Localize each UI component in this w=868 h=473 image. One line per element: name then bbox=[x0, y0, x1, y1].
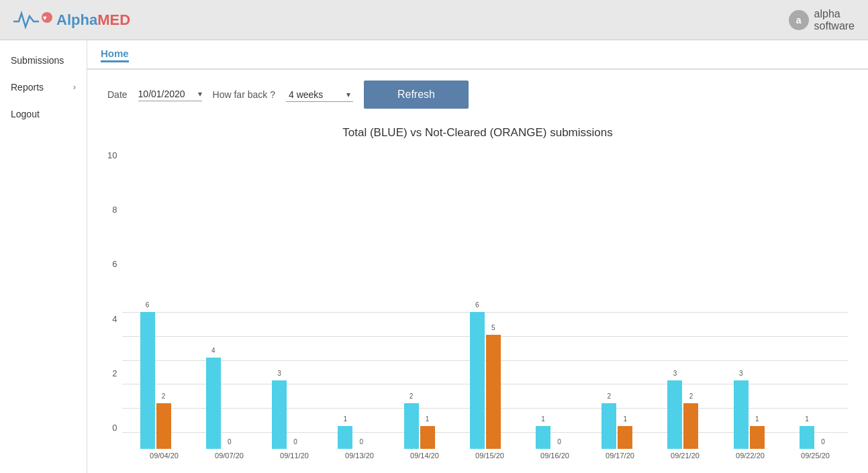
bar-pair: 32 bbox=[650, 380, 716, 449]
bar-orange: 1 bbox=[420, 426, 435, 449]
y-axis: 1086420 bbox=[107, 150, 122, 449]
svg-text:♥: ♥ bbox=[43, 14, 47, 21]
bar-blue-value: 1 bbox=[541, 415, 545, 423]
controls-bar: Date 10/01/2020 ▾ How far back ? 4 weeks… bbox=[87, 70, 868, 119]
y-axis-label: 10 bbox=[107, 150, 117, 160]
bar-orange-value: 2 bbox=[162, 392, 166, 400]
bar-blue: 1 bbox=[800, 426, 814, 449]
reports-chevron-icon: › bbox=[73, 83, 76, 92]
main-layout: Submissions Reports › Logout Home Date 1… bbox=[0, 40, 868, 473]
bar-group: 40 bbox=[189, 358, 254, 449]
bar-blue: 3 bbox=[272, 380, 287, 449]
weeks-select[interactable]: 4 weeks bbox=[286, 88, 353, 102]
bar-blue: 3 bbox=[734, 380, 749, 449]
logo-med: MED bbox=[97, 11, 130, 28]
alpha-software-text: alpha software bbox=[814, 8, 855, 32]
bar-orange-value: 0 bbox=[821, 438, 825, 445]
x-axis-label: 09/21/20 bbox=[653, 452, 718, 460]
y-axis-label: 2 bbox=[112, 368, 117, 378]
bar-blue-value: 6 bbox=[475, 301, 479, 309]
bar-blue-value: 3 bbox=[277, 370, 281, 377]
bar-group: 10 bbox=[518, 426, 584, 449]
bar-pair: 21 bbox=[584, 403, 650, 449]
bar-orange: 2 bbox=[683, 403, 698, 449]
bar-pair: 30 bbox=[254, 380, 320, 449]
bar-group: 62 bbox=[122, 312, 188, 449]
bar-orange-value: 0 bbox=[557, 438, 561, 445]
sidebar: Submissions Reports › Logout bbox=[0, 40, 87, 473]
bar-blue-value: 2 bbox=[409, 392, 414, 400]
bar-pair: 40 bbox=[189, 358, 254, 449]
x-axis-label: 09/17/20 bbox=[587, 452, 653, 460]
x-axis-label: 09/11/20 bbox=[262, 452, 327, 460]
x-axis-label: 09/15/20 bbox=[457, 452, 522, 460]
bar-pair: 10 bbox=[518, 426, 584, 449]
bar-blue-value: 1 bbox=[344, 415, 348, 423]
how-far-label: How far back ? bbox=[213, 89, 275, 100]
bar-group: 21 bbox=[386, 403, 452, 449]
bar-orange-value: 5 bbox=[491, 324, 495, 331]
bar-orange: 1 bbox=[750, 426, 765, 449]
bar-pair: 10 bbox=[782, 426, 848, 449]
bar-blue: 3 bbox=[667, 380, 682, 449]
alpha-software-icon: a bbox=[789, 10, 809, 30]
bar-blue-value: 3 bbox=[673, 370, 677, 377]
bar-orange-value: 0 bbox=[228, 438, 232, 445]
bar-pair: 31 bbox=[716, 380, 782, 449]
home-tab[interactable]: Home bbox=[101, 48, 129, 62]
bar-orange-value: 0 bbox=[360, 438, 364, 445]
date-dropdown-arrow-icon: ▾ bbox=[198, 89, 202, 99]
x-axis-label: 09/07/20 bbox=[197, 452, 262, 460]
refresh-button[interactable]: Refresh bbox=[364, 81, 469, 109]
x-axis-label: 09/14/20 bbox=[392, 452, 457, 460]
logo-label: AlphaMED bbox=[56, 11, 130, 29]
bar-blue-value: 6 bbox=[146, 301, 150, 309]
bar-orange-value: 1 bbox=[623, 415, 627, 423]
bar-blue: 2 bbox=[601, 403, 616, 449]
bar-blue: 1 bbox=[536, 426, 550, 449]
logo-wave-icon: ♥ bbox=[13, 8, 54, 32]
sidebar-item-submissions[interactable]: Submissions bbox=[0, 47, 87, 74]
bar-group: 10 bbox=[320, 426, 386, 449]
chart-title: Total (BLUE) vs Not-Cleared (ORANGE) sub… bbox=[107, 126, 848, 140]
bars-row: 6240301021651021323110 bbox=[122, 312, 848, 449]
logo-area: ♥ AlphaMED bbox=[13, 8, 130, 32]
bar-blue: 6 bbox=[470, 312, 485, 449]
date-select[interactable]: 10/01/2020 bbox=[138, 89, 202, 99]
sidebar-item-logout[interactable]: Logout bbox=[0, 101, 87, 127]
bar-pair: 62 bbox=[122, 312, 188, 449]
date-select-wrapper[interactable]: 10/01/2020 ▾ bbox=[138, 89, 202, 101]
date-label: Date bbox=[107, 89, 128, 100]
bar-group: 32 bbox=[650, 380, 716, 449]
bar-blue-value: 2 bbox=[607, 392, 611, 400]
bar-pair: 65 bbox=[452, 312, 518, 449]
bar-pair: 10 bbox=[320, 426, 386, 449]
bar-group: 30 bbox=[254, 380, 320, 449]
bar-orange-value: 0 bbox=[293, 438, 297, 445]
bar-group: 65 bbox=[452, 312, 518, 449]
tab-bar: Home bbox=[87, 40, 868, 70]
sidebar-item-reports[interactable]: Reports › bbox=[0, 74, 87, 101]
bar-blue: 1 bbox=[338, 426, 352, 449]
bar-group: 31 bbox=[716, 380, 782, 449]
bar-group: 10 bbox=[782, 426, 848, 449]
x-axis-label: 09/04/20 bbox=[132, 452, 197, 460]
header: ♥ AlphaMED a alpha software bbox=[0, 0, 868, 40]
bar-blue-value: 4 bbox=[211, 347, 215, 354]
content-area: Home Date 10/01/2020 ▾ How far back ? 4 … bbox=[87, 40, 868, 473]
x-axis-label: 09/25/20 bbox=[783, 452, 848, 460]
y-axis-label: 0 bbox=[112, 423, 117, 433]
x-axis-label: 09/16/20 bbox=[522, 452, 587, 460]
chart-container: Total (BLUE) vs Not-Cleared (ORANGE) sub… bbox=[87, 119, 868, 473]
bar-orange: 2 bbox=[156, 403, 171, 449]
y-axis-label: 8 bbox=[112, 205, 117, 215]
bar-blue-value: 1 bbox=[805, 415, 809, 423]
y-axis-label: 4 bbox=[112, 314, 117, 324]
bar-orange-value: 2 bbox=[689, 392, 693, 400]
x-axis-label: 09/22/20 bbox=[718, 452, 783, 460]
logo-alpha: Alpha bbox=[56, 11, 97, 28]
x-labels: 09/04/2009/07/2009/11/2009/13/2009/14/20… bbox=[107, 452, 848, 460]
chart-area: 1086420 6240301021651021323110 09/04/200… bbox=[107, 150, 848, 460]
bar-blue: 2 bbox=[404, 403, 419, 449]
bar-orange-value: 1 bbox=[426, 415, 430, 423]
